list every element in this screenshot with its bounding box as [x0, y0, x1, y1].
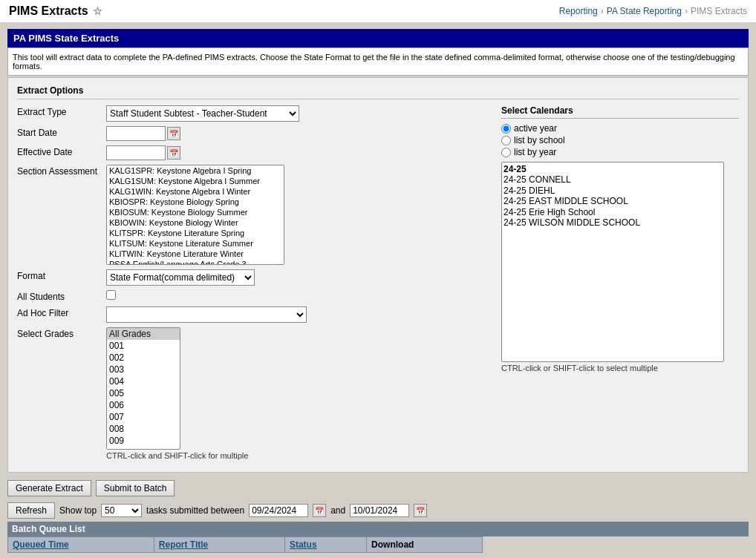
show-top-select[interactable]: 50 10 25 100 102550100 — [101, 504, 142, 517]
section-assessment-row: Section Assessment KALG1SPR: Keystone Al… — [17, 165, 486, 265]
col-queued-time[interactable]: Queued Time — [8, 537, 154, 553]
generate-extract-button[interactable]: Generate Extract — [7, 480, 91, 496]
batch-queue-header: Batch Queue List — [7, 522, 749, 536]
col-status-link[interactable]: Status — [290, 539, 317, 550]
effective-date-calendar-icon[interactable]: 📅 — [167, 146, 180, 160]
extract-type-label: Extract Type — [17, 105, 106, 117]
adhoc-filter-select[interactable] — [106, 306, 307, 323]
col-status[interactable]: Status — [284, 537, 366, 553]
select-grades-label: Select Grades — [17, 327, 106, 339]
page-title: PIMS Extracts ☆ — [9, 4, 102, 18]
format-label: Format — [17, 269, 106, 281]
adhoc-filter-row: Ad Hoc Filter — [17, 306, 486, 323]
adhoc-filter-control — [106, 306, 486, 323]
favorite-icon[interactable]: ☆ — [93, 5, 102, 17]
format-control: State Format(comma delimited) — [106, 269, 486, 286]
two-col-layout: Extract Type Staff Student Subtest - Tea… — [17, 105, 739, 465]
show-top-label: Show top — [59, 505, 97, 516]
format-row: Format State Format(comma delimited) — [17, 269, 486, 286]
all-students-checkbox[interactable] — [106, 290, 116, 300]
calendars-section: Select Calendars active year list by sch… — [501, 105, 739, 465]
calendar-radio-group: active year list by school list by year — [501, 123, 739, 157]
radio-list-by-school-label: list by school — [514, 135, 565, 145]
section-header: PA PIMS State Extracts — [7, 29, 749, 47]
breadcrumb-pa-state[interactable]: PA State Reporting — [607, 6, 682, 16]
left-col: Extract Type Staff Student Subtest - Tea… — [17, 105, 486, 465]
calendars-ctrl-hint: CTRL-click or SHIFT-click to select mult… — [501, 364, 739, 372]
breadcrumb-current: PIMS Extracts — [691, 6, 747, 16]
breadcrumb-sep2: › — [685, 6, 688, 16]
radio-list-by-year-label: list by year — [514, 147, 556, 157]
action-buttons: Generate Extract Submit to Batch — [7, 480, 749, 496]
start-date-input[interactable] — [106, 126, 166, 141]
effective-date-control: 10/01/2024 📅 — [106, 145, 486, 160]
description-box: This tool will extract data to complete … — [7, 47, 749, 76]
radio-list-by-year: list by year — [501, 147, 739, 157]
radio-list-by-school-input[interactable] — [501, 136, 511, 145]
col-report-title[interactable]: Report Title — [154, 537, 284, 553]
start-date-calendar-icon[interactable]: 📅 — [167, 127, 180, 140]
select-grades-row: Select Grades All Grades0010020030040050… — [17, 327, 486, 460]
extract-type-control: Staff Student Subtest - Teacher-Student — [106, 105, 486, 122]
and-label: and — [330, 505, 345, 516]
description-text: This tool will extract data to complete … — [13, 53, 735, 70]
all-students-row: All Students — [17, 290, 486, 302]
batch-queue-table: Queued Time Report Title Status Download — [7, 536, 483, 553]
effective-date-row: Effective Date 10/01/2024 📅 — [17, 145, 486, 160]
batch-date-from-input[interactable] — [249, 504, 308, 517]
breadcrumb: Reporting › PA State Reporting › PIMS Ex… — [559, 6, 747, 16]
col-report-title-link[interactable]: Report Title — [159, 539, 208, 550]
section-assessment-control: KALG1SPR: Keystone Algebra I SpringKALG1… — [106, 165, 486, 265]
options-title: Extract Options — [17, 85, 739, 99]
breadcrumb-sep1: › — [601, 6, 604, 16]
section-assessment-select[interactable]: KALG1SPR: Keystone Algebra I SpringKALG1… — [106, 165, 284, 265]
col-queued-time-link[interactable]: Queued Time — [13, 539, 69, 550]
radio-active-year: active year — [501, 123, 739, 134]
select-grades-control: All Grades001002003004005006007008009 CT… — [106, 327, 486, 460]
grades-select[interactable]: All Grades001002003004005006007008009 — [106, 327, 180, 450]
options-panel: Extract Options Extract Type Staff Stude… — [7, 77, 749, 473]
col-download: Download — [367, 537, 483, 553]
batch-queue-header-row: Queued Time Report Title Status Download — [8, 537, 483, 553]
calendars-title: Select Calendars — [501, 105, 739, 119]
title-text: PIMS Extracts — [9, 4, 88, 18]
all-students-label: All Students — [17, 290, 106, 302]
refresh-button[interactable]: Refresh — [7, 502, 55, 519]
effective-date-label: Effective Date — [17, 145, 106, 157]
all-students-control — [106, 290, 486, 302]
grades-hint: CTRL-click and SHIFT-click for multiple — [106, 451, 486, 460]
start-date-control: 📅 — [106, 126, 486, 141]
breadcrumb-reporting[interactable]: Reporting — [559, 6, 598, 16]
radio-active-year-label: active year — [514, 123, 557, 134]
adhoc-filter-label: Ad Hoc Filter — [17, 306, 106, 318]
section-assessment-label: Section Assessment — [17, 165, 106, 177]
start-date-row: Start Date 📅 — [17, 126, 486, 141]
extract-type-row: Extract Type Staff Student Subtest - Tea… — [17, 105, 486, 122]
batch-bar: Refresh Show top 50 10 25 100 102550100 … — [7, 502, 749, 519]
submit-to-batch-button[interactable]: Submit to Batch — [96, 480, 175, 496]
format-select[interactable]: State Format(comma delimited) — [106, 269, 255, 286]
batch-date-from-calendar-icon[interactable]: 📅 — [313, 504, 326, 517]
batch-date-to-input[interactable] — [350, 504, 409, 517]
batch-date-to-calendar-icon[interactable]: 📅 — [414, 504, 427, 517]
extract-type-select[interactable]: Staff Student Subtest - Teacher-Student — [106, 105, 299, 122]
effective-date-input[interactable]: 10/01/2024 — [106, 145, 166, 160]
radio-active-year-input[interactable] — [501, 124, 511, 134]
tasks-label: tasks submitted between — [146, 505, 244, 516]
top-bar: PIMS Extracts ☆ Reporting › PA State Rep… — [0, 0, 756, 23]
radio-list-by-school: list by school — [501, 135, 739, 145]
start-date-label: Start Date — [17, 126, 106, 138]
main-content: PA PIMS State Extracts This tool will ex… — [0, 23, 756, 558]
calendar-list-select[interactable]: 24-25 24-25 CONNELL 24-25 DIEHL 24-25 EA… — [501, 162, 724, 362]
radio-list-by-year-input[interactable] — [501, 148, 511, 157]
